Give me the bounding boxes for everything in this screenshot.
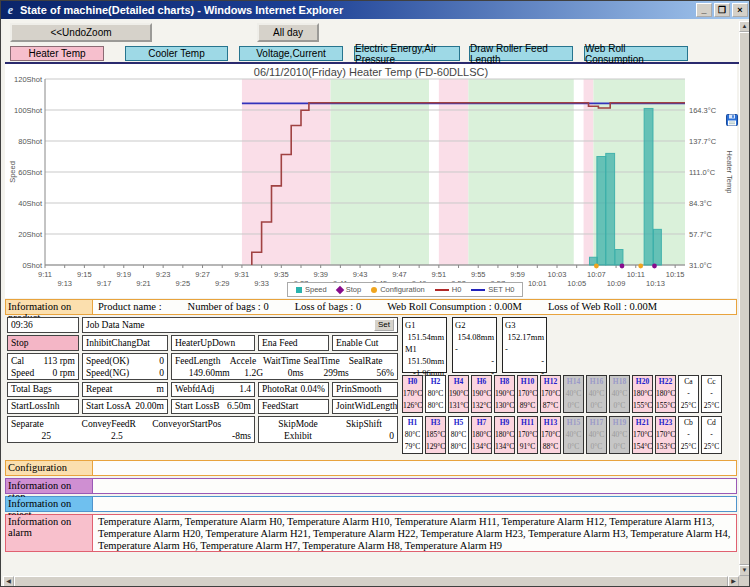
page-content: <<UndoZoom All day Heater TempCooler Tem…: [3, 19, 739, 576]
total-bags-field: Total Bags: [7, 382, 79, 397]
heater-cell-cc: Cc-25°C: [701, 375, 722, 413]
svg-text:20Shot: 20Shot: [18, 230, 43, 239]
ena-feed-field: Ena Feed: [258, 335, 329, 351]
svg-text:9:51: 9:51: [432, 270, 447, 279]
information-on-alarm-row: Information on alarm Temperature Alarm, …: [5, 514, 737, 552]
job-data-name-field: Job Data Name Set: [82, 317, 398, 333]
feed-params-headers: FeedLengthAcceleWaitTimeSealTimeSealRate: [175, 355, 394, 367]
enable-cut-field: Enable Cut: [332, 335, 398, 351]
tab-voltage-current[interactable]: Voltage,Current: [239, 46, 343, 61]
tab-draw-roller-feed-length[interactable]: Draw Roller Feed Length: [469, 46, 573, 61]
chart-legend: SpeedStopConfigurationH0SET H0: [287, 282, 523, 297]
heater-cell-h12: H12170°C87°C: [540, 375, 561, 413]
browser-window: e State of machine(Detailed charts) - Wi…: [0, 0, 750, 587]
legend-item-set-h0: SET H0: [471, 285, 514, 294]
scroll-down-icon[interactable]: ▼: [739, 565, 750, 576]
webfdadj-field: WebfdAdj1.4: [171, 382, 255, 397]
start-loss-b-field: Start LossB6.50m: [171, 399, 255, 414]
heater-cell-h10: H10170°C89°C: [517, 375, 538, 413]
tab-bar: Heater TempCooler TempVoltage,CurrentEle…: [5, 46, 739, 61]
svg-text:9:31: 9:31: [235, 270, 250, 279]
speed-label: Speed: [11, 367, 34, 379]
heater-cell-h19: H1940°C0°C: [609, 416, 630, 454]
chart-plot: 0Shot31.0°C20Shot57.7°C40Shot84.3°C60Sho…: [5, 77, 737, 291]
svg-text:80Shot: 80Shot: [18, 137, 43, 146]
svg-text:111.0°C: 111.0°C: [689, 168, 716, 177]
scroll-left-icon[interactable]: ◀: [3, 576, 14, 587]
heater-cell-cd: Cd-25°C: [701, 416, 722, 454]
tab-cooler-temp[interactable]: Cooler Temp: [125, 46, 228, 61]
heater-cell-h14: H1440°C0°C: [563, 375, 584, 413]
vertical-scroll-thumb[interactable]: [739, 32, 750, 565]
svg-text:137.7°C: 137.7°C: [689, 137, 717, 146]
g-box-g2: G2154.08mm---: [452, 317, 497, 373]
heater-cell-h13: H13170°C88°C: [540, 416, 561, 454]
machine-status-field: Stop: [7, 335, 79, 351]
product-info-field: Loss of bags : 0: [295, 301, 362, 312]
close-button[interactable]: ×: [732, 3, 748, 17]
horizontal-scrollbar[interactable]: ◀ ▶: [3, 576, 739, 587]
heater-cell-h11: H11170°C91°C: [517, 416, 538, 454]
conveyor-box: SeparateConveyFeedRConveyorStartPos 252.…: [7, 416, 255, 443]
product-info-content: Product name :Number of bags : 0Loss of …: [93, 300, 736, 314]
heater-cell-h9: H9180°C134°C: [494, 416, 515, 454]
horizontal-scroll-thumb[interactable]: [14, 576, 728, 587]
svg-text:164.3°C: 164.3°C: [689, 106, 717, 115]
heater-cell-h0: H0170°C126°C: [402, 375, 423, 413]
all-day-button[interactable]: All day: [257, 23, 319, 42]
legend-item-stop: Stop: [337, 285, 361, 294]
scroll-right-icon[interactable]: ▶: [728, 576, 739, 587]
svg-text:9:27: 9:27: [195, 270, 210, 279]
undo-zoom-button[interactable]: <<UndoZoom: [10, 23, 152, 42]
machine-status-panel: 09:36 Job Data Name Set Stop InhibitChan…: [5, 317, 737, 457]
svg-text:9:25: 9:25: [176, 279, 191, 288]
scroll-up-icon[interactable]: ▲: [739, 21, 750, 32]
vertical-scrollbar[interactable]: ▲ ▼: [739, 21, 750, 576]
tab-web-roll-consumption[interactable]: Web Roll Consumption: [584, 46, 688, 61]
svg-text:60Shot: 60Shot: [18, 168, 43, 177]
repeat-field: Repeatm: [82, 382, 168, 397]
svg-text:10:15: 10:15: [666, 270, 685, 279]
heater-cell-h23: H23170°C153°C: [655, 416, 676, 454]
tab-electric-energy-air-pressure[interactable]: Electric Energy,Air Pressure: [354, 46, 460, 61]
heater-cell-h6: H6190°C132°C: [471, 375, 492, 413]
chart-title: 06/11/2010(Friday) Heater Temp (FD-60DLL…: [5, 64, 737, 77]
product-info-field: Product name :: [98, 301, 162, 312]
heater-cell-h16: H1640°C0°C: [586, 375, 607, 413]
restore-button[interactable]: ❐: [714, 3, 730, 17]
cal-speed-box: Cal113 rpm Speed0 rpm: [7, 353, 79, 380]
minimize-button[interactable]: _: [696, 3, 712, 17]
save-icon[interactable]: [726, 114, 738, 126]
title-bar: e State of machine(Detailed charts) - Wi…: [1, 1, 750, 19]
legend-swatch-icon: [371, 287, 377, 293]
job-data-name-label: Job Data Name: [86, 318, 145, 332]
cal-value: 113 rpm: [43, 355, 75, 367]
heater-cell-h1: H180°C79°C: [402, 416, 423, 454]
g-box-g3: G3152.17mm---: [502, 317, 547, 373]
svg-text:120Shot: 120Shot: [14, 77, 43, 84]
legend-swatch-icon: [335, 285, 343, 293]
window-title: State of machine(Detailed charts) - Wind…: [20, 4, 694, 16]
svg-text:Speed: Speed: [8, 161, 17, 183]
svg-text:9:33: 9:33: [254, 279, 269, 288]
heater-cell-h3: H3185°C129°C: [425, 416, 446, 454]
feed-params-box: FeedLengthAcceleWaitTimeSealTimeSealRate…: [171, 353, 398, 380]
heater-cell-ca: Ca-25°C: [678, 375, 699, 413]
product-info-field: Web Roll Consumption : 0.00M: [387, 301, 522, 312]
legend-item-speed: Speed: [296, 285, 327, 294]
svg-text:0Shot: 0Shot: [22, 261, 43, 270]
speed-ok-label: Speed(OK): [86, 355, 129, 367]
legend-swatch-icon: [435, 289, 449, 291]
speed-ng-value: 0: [159, 367, 164, 379]
svg-text:10:13: 10:13: [646, 279, 665, 288]
product-info-field: Number of bags : 0: [188, 301, 269, 312]
g-measure-boxes: G1151.54mmM1151.50mm-1.96mmG2154.08mm---…: [402, 317, 547, 373]
heater-cell-h2: H280°C80°C: [425, 375, 446, 413]
information-on-reject-label: Information on reject: [6, 497, 93, 511]
set-button[interactable]: Set: [374, 319, 394, 331]
svg-text:57.7°C: 57.7°C: [689, 230, 713, 239]
information-on-alarm-label: Information on alarm: [6, 515, 93, 551]
tab-heater-temp[interactable]: Heater Temp: [10, 46, 104, 61]
svg-text:10:03: 10:03: [548, 270, 567, 279]
svg-text:10:11: 10:11: [627, 270, 645, 279]
